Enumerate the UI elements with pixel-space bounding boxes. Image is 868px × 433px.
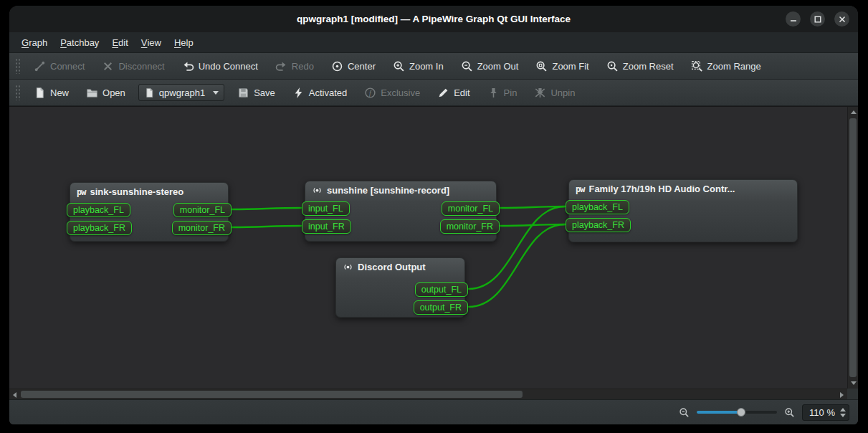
graph-toolbar: Connect Disconnect Undo Connect Redo Cen… <box>9 53 858 80</box>
close-icon <box>839 16 846 23</box>
pin-button[interactable]: Pin <box>481 83 524 103</box>
zoom-slider[interactable] <box>697 407 777 417</box>
menu-patchbay[interactable]: Patchbay <box>54 32 105 52</box>
connect-button[interactable]: Connect <box>27 57 91 76</box>
zoom-range-label: Zoom Range <box>707 61 761 72</box>
node-sink-sunshine-stereo[interactable]: pw sink-sunshine-stereo playback_FL play… <box>70 182 229 242</box>
pin-icon <box>487 87 500 99</box>
menu-patchbay-accel: P <box>60 37 67 48</box>
disconnect-icon <box>102 60 114 72</box>
port-playback-fr[interactable]: playback_FR <box>67 221 132 235</box>
exclusive-icon: f <box>364 87 376 99</box>
toolbar-drag-handle[interactable] <box>15 85 21 100</box>
zoom-reset-label: Zoom Reset <box>623 61 674 72</box>
zoom-out-button[interactable]: Zoom Out <box>454 57 525 76</box>
zoom-slider-knob[interactable] <box>737 408 745 417</box>
activated-label: Activated <box>309 87 347 98</box>
open-button[interactable]: Open <box>80 83 132 103</box>
patchbay-file-value: qpwgraph1 <box>159 87 205 98</box>
zoom-in-button[interactable]: Zoom In <box>386 57 450 76</box>
node-discord-output[interactable]: Discord Output output_FL output_FR <box>335 257 465 318</box>
new-file-icon <box>34 87 46 99</box>
port-input-fl[interactable]: input_FL <box>302 201 350 216</box>
unpin-icon <box>534 87 546 99</box>
port-monitor-fl[interactable]: monitor_FL <box>442 201 500 216</box>
edit-icon <box>437 87 449 99</box>
port-playback-fr[interactable]: playback_FR <box>566 218 631 232</box>
horizontal-scrollbar[interactable] <box>9 389 847 399</box>
exclusive-label: Exclusive <box>381 87 420 98</box>
scroll-down-arrow[interactable] <box>851 381 857 385</box>
redo-button[interactable]: Redo <box>269 57 320 76</box>
pipewire-icon: pw <box>77 187 85 197</box>
menu-graph[interactable]: Graph <box>15 32 54 52</box>
zoom-fit-label: Zoom Fit <box>552 61 588 72</box>
zoom-fit-button[interactable]: Zoom Fit <box>529 57 595 76</box>
zoom-out-small-icon[interactable] <box>679 407 690 418</box>
activated-button[interactable]: Activated <box>286 83 353 103</box>
port-playback-fl[interactable]: playback_FL <box>566 200 629 214</box>
close-button[interactable] <box>834 11 849 27</box>
zoom-value: 110 % <box>809 407 835 418</box>
pipewire-icon: pw <box>576 184 584 194</box>
node-title-text: sunshine [sunshine-record] <box>327 185 449 196</box>
scroll-right-arrow[interactable] <box>840 392 844 398</box>
zoom-in-small-icon[interactable] <box>784 407 795 418</box>
center-button[interactable]: Center <box>325 57 382 76</box>
port-input-fr[interactable]: input_FR <box>302 219 351 234</box>
connect-icon <box>34 60 46 72</box>
connection-line <box>500 224 565 226</box>
minimize-button[interactable] <box>786 11 801 27</box>
audio-monitor-icon <box>312 185 323 196</box>
titlebar[interactable]: qpwgraph1 [modified] — A PipeWire Graph … <box>9 6 858 32</box>
unpin-button[interactable]: Unpin <box>528 83 581 103</box>
unpin-label: Unpin <box>550 87 575 98</box>
zoom-range-icon <box>691 60 703 72</box>
window-title: qpwgraph1 [modified] — A PipeWire Graph … <box>297 14 571 24</box>
undo-connect-button[interactable]: Undo Connect <box>176 57 264 76</box>
spin-down-arrow[interactable] <box>840 414 846 417</box>
menu-help-accel: H <box>174 37 181 48</box>
connection-line <box>232 226 301 227</box>
scroll-up-arrow[interactable] <box>851 110 857 114</box>
open-label: Open <box>102 87 125 98</box>
redo-icon <box>275 60 287 72</box>
port-playback-fl[interactable]: playback_FL <box>67 203 130 217</box>
patchbay-file-combo[interactable]: qpwgraph1 <box>138 84 224 101</box>
toolbar-drag-handle[interactable] <box>15 58 21 74</box>
port-output-fl[interactable]: output_FL <box>415 282 468 297</box>
zoom-fit-icon <box>535 60 548 72</box>
menubar: Graph Patchbay Edit View Help <box>9 32 858 53</box>
graph-canvas[interactable]: pw sink-sunshine-stereo playback_FL play… <box>9 106 858 399</box>
maximize-button[interactable] <box>810 11 825 27</box>
menu-help[interactable]: Help <box>168 32 200 52</box>
connection-lines[interactable] <box>9 107 846 388</box>
spin-up-arrow[interactable] <box>840 408 846 411</box>
disconnect-button[interactable]: Disconnect <box>95 57 171 76</box>
menu-view[interactable]: View <box>135 32 168 52</box>
edit-button[interactable]: Edit <box>431 83 476 103</box>
zoom-range-button[interactable]: Zoom Range <box>685 57 768 76</box>
exclusive-button[interactable]: f Exclusive <box>358 83 426 103</box>
audio-monitor-icon <box>343 262 353 272</box>
zoom-spinbox[interactable]: 110 % <box>802 404 849 421</box>
menu-help-rest: elp <box>181 37 193 48</box>
node-family-hd-audio[interactable]: pw Family 17h/19h HD Audio Contr... play… <box>568 179 798 242</box>
horizontal-scroll-thumb[interactable] <box>21 391 523 398</box>
port-monitor-fr[interactable]: monitor_FR <box>172 221 232 235</box>
menu-edit[interactable]: Edit <box>105 32 134 52</box>
port-output-fr[interactable]: output_FR <box>414 300 468 315</box>
vertical-scrollbar[interactable] <box>847 107 858 389</box>
zoom-out-label: Zoom Out <box>477 61 519 72</box>
zoom-reset-button[interactable]: Zoom Reset <box>600 57 680 76</box>
save-button[interactable]: Save <box>231 83 282 103</box>
port-monitor-fr[interactable]: monitor_FR <box>440 219 500 234</box>
vertical-scroll-thumb[interactable] <box>849 118 857 377</box>
node-sunshine-record[interactable]: sunshine [sunshine-record] input_FL inpu… <box>305 181 497 242</box>
node-title-text: sink-sunshine-stereo <box>90 186 183 197</box>
zoom-in-label: Zoom In <box>409 61 444 72</box>
port-monitor-fl[interactable]: monitor_FL <box>173 203 232 217</box>
scroll-left-arrow[interactable] <box>13 392 16 398</box>
new-button[interactable]: New <box>27 83 75 103</box>
new-label: New <box>50 87 69 98</box>
